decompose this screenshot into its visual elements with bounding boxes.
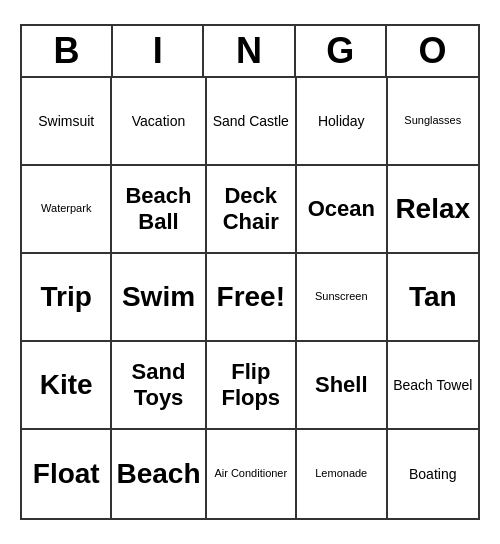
cell-text: Shell: [301, 372, 381, 398]
cell-text: Float: [26, 457, 106, 491]
cell-text: Boating: [392, 466, 475, 483]
bingo-card: BINGO SwimsuitVacationSand CastleHoliday…: [20, 24, 480, 520]
bingo-cell: Beach Ball: [112, 166, 206, 254]
bingo-cell: Sunglasses: [388, 78, 479, 166]
cell-text: Flip Flops: [211, 359, 291, 412]
cell-text: Swim: [116, 280, 200, 314]
header-letter: I: [113, 26, 204, 76]
bingo-cell: Air Conditioner: [207, 430, 297, 518]
cell-text: Sunglasses: [392, 114, 475, 127]
cell-text: Beach Towel: [392, 377, 475, 394]
cell-text: Trip: [26, 280, 106, 314]
cell-text: Tan: [392, 280, 475, 314]
cell-text: Sunscreen: [301, 290, 381, 303]
cell-text: Free!: [211, 280, 291, 314]
bingo-cell: Waterpark: [22, 166, 112, 254]
cell-text: Holiday: [301, 113, 381, 130]
cell-text: Sand Castle: [211, 113, 291, 130]
cell-text: Lemonade: [301, 467, 381, 480]
header-letter: G: [296, 26, 387, 76]
cell-text: Waterpark: [26, 202, 106, 215]
cell-text: Deck Chair: [211, 183, 291, 236]
cell-text: Beach Ball: [116, 183, 200, 236]
bingo-cell: Vacation: [112, 78, 206, 166]
cell-text: Ocean: [301, 196, 381, 222]
bingo-cell: Relax: [388, 166, 479, 254]
header-letter: O: [387, 26, 478, 76]
cell-text: Vacation: [116, 113, 200, 130]
bingo-grid: SwimsuitVacationSand CastleHolidaySungla…: [22, 78, 478, 518]
bingo-cell: Boating: [388, 430, 479, 518]
bingo-cell: Shell: [297, 342, 387, 430]
header-letter: N: [204, 26, 295, 76]
bingo-header: BINGO: [22, 26, 478, 78]
cell-text: Sand Toys: [116, 359, 200, 412]
bingo-cell: Beach Towel: [388, 342, 479, 430]
bingo-cell: Lemonade: [297, 430, 387, 518]
bingo-cell: Sunscreen: [297, 254, 387, 342]
cell-text: Swimsuit: [26, 113, 106, 130]
cell-text: Air Conditioner: [211, 467, 291, 480]
bingo-cell: Holiday: [297, 78, 387, 166]
cell-text: Beach: [116, 457, 200, 491]
bingo-cell: Float: [22, 430, 112, 518]
bingo-cell: Flip Flops: [207, 342, 297, 430]
bingo-cell: Kite: [22, 342, 112, 430]
cell-text: Kite: [26, 368, 106, 402]
bingo-cell: Free!: [207, 254, 297, 342]
header-letter: B: [22, 26, 113, 76]
bingo-cell: Sand Castle: [207, 78, 297, 166]
bingo-cell: Trip: [22, 254, 112, 342]
bingo-cell: Deck Chair: [207, 166, 297, 254]
cell-text: Relax: [392, 192, 475, 226]
bingo-cell: Beach: [112, 430, 206, 518]
bingo-cell: Swimsuit: [22, 78, 112, 166]
bingo-cell: Sand Toys: [112, 342, 206, 430]
bingo-cell: Swim: [112, 254, 206, 342]
bingo-cell: Ocean: [297, 166, 387, 254]
bingo-cell: Tan: [388, 254, 479, 342]
